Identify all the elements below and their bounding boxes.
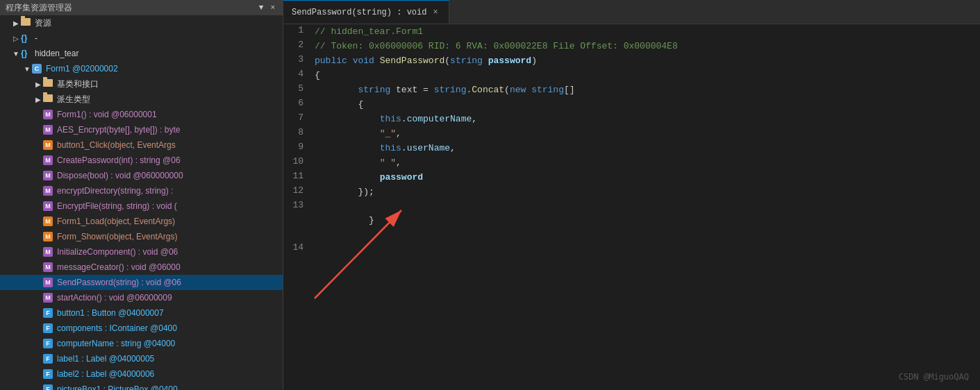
code-line: "_",: [315, 126, 980, 141]
tree-label: button1_Click(object, EventArgs: [57, 140, 176, 150]
expand-icon: ▶: [33, 96, 43, 103]
tab-label: SendPassword(string) : void: [292, 8, 426, 17]
tree-item-resources[interactable]: ▶ 资源: [0, 15, 283, 31]
tree-item-derived[interactable]: ▶ 派生类型: [0, 92, 283, 107]
tree-item-picturebox1[interactable]: F pictureBox1 : PictureBox @0400: [0, 382, 283, 390]
tree-label: 派生类型: [57, 94, 90, 105]
right-panel: SendPassword(string) : void × 1 // hidde…: [283, 0, 980, 390]
tree-item-baseclass[interactable]: ▶ 基类和接口: [0, 76, 283, 92]
code-line: // Token: 0x06000006 RID: 6 RVA: 0x00002…: [315, 39, 980, 53]
code-line: {: [315, 68, 980, 83]
code-line: });: [315, 185, 980, 199]
tree-label: messageCreator() : void @06000: [57, 262, 181, 272]
tree-label: computerName : string @04000: [57, 339, 175, 348]
tree-item-initialize[interactable]: M InitializeComponent() : void @06: [0, 244, 283, 260]
line-number: 8: [283, 126, 315, 137]
method-icon: M: [43, 155, 54, 165]
tree-item-form1[interactable]: ▼ C Form1 @02000002: [0, 61, 283, 76]
field-icon: F: [43, 323, 54, 333]
tree-item-start-action[interactable]: M startAction() : void @06000009: [0, 290, 283, 305]
namespace-icon: {}: [21, 33, 32, 43]
tree-item-empty[interactable]: ▷ {} -: [0, 31, 283, 46]
tree-item-encrypt-dir[interactable]: M encryptDirectory(string, string) :: [0, 183, 283, 198]
code-row-12: 12 });: [283, 185, 980, 199]
tab-close-button[interactable]: ×: [431, 7, 440, 18]
tree-label: AES_Encrypt(byte[], byte[]) : byte: [57, 125, 180, 135]
line-number: 3: [283, 53, 315, 65]
tree-item-dispose[interactable]: M Dispose(bool) : void @060000000: [0, 168, 283, 183]
code-line: " ",: [315, 155, 980, 170]
tree-item-hidden-tear[interactable]: ▼ {} hidden_tear: [0, 46, 283, 61]
tree-label: InitializeComponent() : void @06: [57, 247, 178, 257]
method-icon: M: [43, 262, 54, 272]
code-row-11: 11 password: [283, 170, 980, 185]
tree-label: Form1() : void @06000001: [57, 110, 157, 119]
code-row-5: 5 string text = string.Concat(new string…: [283, 83, 980, 97]
code-row-3: 3 public void SendPassword(string passwo…: [283, 53, 980, 68]
code-row-8: 8 "_",: [283, 126, 980, 141]
panel-title: 程序集资源管理器: [6, 2, 72, 14]
tree-label: label2 : Label @04000006: [57, 369, 154, 379]
tree-item-button1-click[interactable]: M button1_Click(object, EventArgs: [0, 137, 283, 153]
tree-label: 资源: [35, 17, 51, 29]
field-icon: F: [43, 384, 54, 390]
method-icon: M: [43, 171, 54, 180]
tree-label: -: [35, 33, 38, 43]
tree-item-aes-encrypt[interactable]: M AES_Encrypt(byte[], byte[]) : byte: [0, 122, 283, 137]
tree-label: startAction() : void @06000009: [57, 293, 172, 303]
tree-item-create-password[interactable]: M CreatePassword(int) : string @06: [0, 153, 283, 168]
tree-item-button1[interactable]: F button1 : Button @04000007: [0, 305, 283, 321]
tree-label: Form_Shown(object, EventArgs): [57, 232, 177, 241]
code-row-2: 2 // Token: 0x06000006 RID: 6 RVA: 0x000…: [283, 39, 980, 53]
tree-item-computer-name[interactable]: F computerName : string @04000: [0, 336, 283, 351]
tree-item-form1-load[interactable]: M Form1_Load(object, EventArgs): [0, 214, 283, 229]
method-icon: M: [43, 247, 54, 257]
code-line: // hidden_tear.Form1: [315, 24, 980, 39]
tree-label: label1 : Label @04000005: [57, 354, 154, 364]
tree-label: CreatePassword(int) : string @06: [57, 155, 181, 165]
tree-content: ▶ 资源 ▷ {} - ▼ {} hidden_tear ▼ C Form1 @…: [0, 15, 283, 390]
tree-label: Dispose(bool) : void @060000000: [57, 171, 183, 180]
tree-item-form1-ctor[interactable]: M Form1() : void @06000001: [0, 107, 283, 122]
line-number: 7: [283, 112, 315, 123]
code-line: }: [315, 199, 980, 241]
tree-item-send-password[interactable]: M SendPassword(string) : void @06: [0, 275, 283, 290]
tree-item-components[interactable]: F components : IContainer @0400: [0, 321, 283, 336]
field-icon: F: [43, 339, 54, 348]
line-number: 1: [283, 24, 315, 35]
expand-icon: ▼: [22, 65, 32, 73]
tree-item-label2[interactable]: F label2 : Label @04000006: [0, 366, 283, 382]
line-number: 13: [283, 199, 315, 210]
code-area[interactable]: 1 // hidden_tear.Form1 2 // Token: 0x060…: [283, 24, 980, 390]
code-row-1: 1 // hidden_tear.Form1: [283, 24, 980, 39]
tree-label: Form1_Load(object, EventArgs): [57, 217, 175, 226]
panel-header: 程序集资源管理器 ▼ ×: [0, 0, 283, 15]
panel-close-icon[interactable]: ×: [268, 3, 277, 12]
line-number: 11: [283, 170, 315, 181]
code-line: password: [315, 170, 980, 185]
code-wrapper: 1 // hidden_tear.Form1 2 // Token: 0x060…: [283, 24, 980, 390]
code-line: this.userName,: [315, 141, 980, 155]
code-row-9: 9 this.userName,: [283, 141, 980, 155]
tree-item-encrypt-file[interactable]: M EncryptFile(string, string) : void (: [0, 198, 283, 214]
line-number: 5: [283, 83, 315, 94]
method-icon: M: [43, 125, 54, 135]
code-line: string text = string.Concat(new string[]: [315, 83, 980, 97]
expand-icon: ▼: [11, 50, 21, 58]
tree-label: button1 : Button @04000007: [57, 308, 164, 318]
line-number: 14: [283, 241, 315, 253]
code-tab[interactable]: SendPassword(string) : void ×: [283, 0, 449, 24]
code-row-14: 14: [283, 241, 980, 256]
folder-icon: [43, 94, 54, 104]
panel-minimize-icon[interactable]: ▼: [257, 3, 266, 12]
class-icon: C: [32, 64, 43, 74]
line-number: 6: [283, 97, 315, 108]
tree-item-label1[interactable]: F label1 : Label @04000005: [0, 351, 283, 366]
tree-item-form-shown[interactable]: M Form_Shown(object, EventArgs): [0, 229, 283, 244]
method-icon: M: [43, 278, 54, 287]
code-line: public void SendPassword(string password…: [315, 53, 980, 68]
namespace-icon: {}: [21, 49, 32, 58]
tree-label: EncryptFile(string, string) : void (: [57, 201, 177, 211]
tree-item-message-creator[interactable]: M messageCreator() : void @06000: [0, 260, 283, 275]
method-icon: M: [43, 186, 54, 196]
